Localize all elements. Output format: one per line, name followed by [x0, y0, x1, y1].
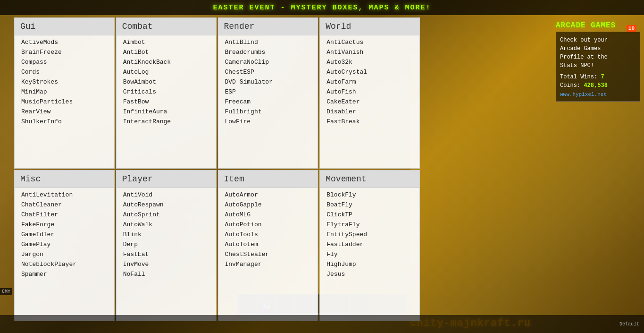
top-banner: EASTER EVENT - MYSTERY BOXES, MAPS & MOR… — [0, 0, 644, 15]
bottom-bar: Default — [0, 315, 644, 333]
banner-text: EASTER EVENT - MYSTERY BOXES, MAPS & MOR… — [213, 4, 431, 12]
panel-item-minimap[interactable]: MiniMap — [15, 87, 114, 97]
panel-item-autolog[interactable]: AutoLog — [117, 67, 216, 77]
panel-item-compass[interactable]: Compass — [15, 57, 114, 67]
panel-item-musicparticles[interactable]: MusicParticles — [15, 97, 114, 107]
panel-player: PlayerAntiVoidAutoRespawnAutoSprintAutoW… — [116, 170, 217, 321]
panel-item-cheststealer[interactable]: ChestStealer — [218, 249, 318, 259]
panel-item-nofall[interactable]: NoFall — [117, 269, 216, 279]
panel-item-derp[interactable]: Derp — [117, 239, 216, 249]
panel-item-fastbreak[interactable]: FastBreak — [320, 117, 419, 127]
panel-item-disabler[interactable]: Disabler — [320, 107, 419, 117]
panel-item-invmanager[interactable]: InvManager — [218, 259, 318, 269]
panel-item-antiblind[interactable]: AntiBlind — [218, 37, 318, 47]
panel-item-cords[interactable]: Cords — [15, 67, 114, 77]
panel-item-antivoid[interactable]: AntiVoid — [117, 190, 216, 200]
panel-item-anticactus[interactable]: AntiCactus — [320, 37, 419, 47]
panel-item-autosprint[interactable]: AutoSprint — [117, 210, 216, 220]
panel-item-blink[interactable]: Blink — [117, 230, 216, 239]
panel-items-render: AntiBlindBreadcrumbsCameraNoClipChestESP… — [218, 35, 318, 128]
panel-item-autototem[interactable]: AutoTotem — [218, 239, 318, 249]
panel-item-rearview[interactable]: RearView — [15, 107, 114, 117]
arcade-description: Check out your Arcade Games Profile at t… — [560, 36, 636, 70]
panel-item-fakeforge[interactable]: FakeForge — [15, 220, 114, 230]
panel-item-aimbot[interactable]: Aimbot — [117, 37, 216, 47]
panel-header-world: World — [320, 18, 419, 35]
panel-item-chestesp[interactable]: ChestESP — [218, 67, 318, 77]
panel-item-autoarmor[interactable]: AutoArmor — [218, 190, 318, 200]
panel-items-item: AutoArmorAutoGappleAutoMLGAutoPotionAuto… — [218, 188, 318, 271]
panel-item-elytrafly[interactable]: ElytraFly — [320, 220, 419, 230]
arcade-badge: 10 — [627, 25, 636, 32]
arcade-panel: ARCADE GAMES 10 Check out your Arcade Ga… — [552, 17, 644, 105]
panel-item-gameidler[interactable]: GameIdler — [15, 230, 114, 239]
panel-item-esp[interactable]: ESP — [218, 87, 318, 97]
panel-item-autorespawn[interactable]: AutoRespawn — [117, 200, 216, 210]
panel-header-render: Render — [218, 18, 318, 35]
panel-item-antibot[interactable]: AntiBot — [117, 47, 216, 57]
panel-item-activemods[interactable]: ActiveMods — [15, 37, 114, 47]
panel-item-cameranoclip[interactable]: CameraNoClip — [218, 57, 318, 67]
panel-item-clicktp[interactable]: ClickTP — [320, 210, 419, 220]
panel-item-shulkerinfo[interactable]: ShulkerInfo — [15, 117, 114, 127]
panel-item-infiniteaura[interactable]: InfiniteAura — [117, 107, 216, 117]
panel-item-fly[interactable]: Fly — [320, 249, 419, 259]
panel-items-player: AntiVoidAutoRespawnAutoSprintAutoWalkBli… — [117, 188, 216, 281]
panel-item-freecam[interactable]: Freecam — [218, 97, 318, 107]
panel-item-boatfly[interactable]: BoatFly — [320, 200, 419, 210]
panel-header-movement: Movement — [320, 171, 419, 188]
panel-items-gui: ActiveModsBrainFreezeCompassCordsKeyStro… — [15, 35, 114, 128]
panel-item-fastbow[interactable]: FastBow — [117, 97, 216, 107]
panel-item-criticals[interactable]: Criticals — [117, 87, 216, 97]
arcade-url[interactable]: www.hypixel.net — [560, 92, 636, 97]
panel-item-autotools[interactable]: AutoTools — [218, 230, 318, 239]
panel-item-spammer[interactable]: Spammer — [15, 269, 114, 279]
panel-item-automlg[interactable]: AutoMLG — [218, 210, 318, 220]
panel-item-dvd-simulator[interactable]: DVD Simulator — [218, 77, 318, 87]
panel-item-chatcleaner[interactable]: ChatCleaner — [15, 200, 114, 210]
panel-item-jesus[interactable]: Jesus — [320, 269, 419, 279]
panel-items-combat: AimbotAntiBotAntiKnockBackAutoLogBowAimb… — [117, 35, 216, 128]
panel-misc: MiscAntiLevitationChatCleanerChatFilterF… — [14, 170, 115, 321]
panel-item-keystrokes[interactable]: KeyStrokes — [15, 77, 114, 87]
panel-item-fullbright[interactable]: Fullbright — [218, 107, 318, 117]
panel-item-auto32k[interactable]: Auto32k — [320, 57, 419, 67]
panel-item-chatfilter[interactable]: ChatFilter — [15, 210, 114, 220]
panel-item-jargon[interactable]: Jargon — [15, 249, 114, 259]
panel-item-lowfire[interactable]: LowFire — [218, 117, 318, 127]
panel-items-world: AntiCactusAntiVanishAuto32kAutoCrystalAu… — [320, 35, 419, 128]
panel-item-invmove[interactable]: InvMove — [117, 259, 216, 269]
panel-header-gui: Gui — [15, 18, 114, 35]
panel-item-autofarm[interactable]: AutoFarm — [320, 77, 419, 87]
panel-item-bowaimbot[interactable]: BowAimbot — [117, 77, 216, 87]
panel-item-antiknockback[interactable]: AntiKnockBack — [117, 57, 216, 67]
panel-item-breadcrumbs[interactable]: Breadcrumbs — [218, 47, 318, 57]
panel-item-cakeeater[interactable]: CakeEater — [320, 97, 419, 107]
panel-item-blockfly[interactable]: BlockFly — [320, 190, 419, 200]
panel-item-autocrystal[interactable]: AutoCrystal — [320, 67, 419, 77]
panel-item-antilevitation[interactable]: AntiLevitation — [15, 190, 114, 200]
panel-item-autogapple[interactable]: AutoGapple — [218, 200, 318, 210]
panel-gui: GuiActiveModsBrainFreezeCompassCordsKeyS… — [14, 17, 115, 169]
panel-item-antivanish[interactable]: AntiVanish — [320, 47, 419, 57]
bottom-right-label: Default — [619, 322, 639, 327]
panel-item-autopotion[interactable]: AutoPotion — [218, 220, 318, 230]
panel-items-misc: AntiLevitationChatCleanerChatFilterFakeF… — [15, 188, 114, 281]
panel-item-gameplay[interactable]: GamePlay — [15, 239, 114, 249]
panel-item-noteblockplayer[interactable]: NoteblockPlayer — [15, 259, 114, 269]
panel-item: ItemAutoArmorAutoGappleAutoMLGAutoPotion… — [218, 170, 318, 321]
panel-header-misc: Misc — [15, 171, 114, 188]
panel-render: RenderAntiBlindBreadcrumbsCameraNoClipCh… — [218, 17, 318, 169]
panel-item-autofish[interactable]: AutoFish — [320, 87, 419, 97]
panel-item-interactrange[interactable]: InteractRange — [117, 117, 216, 127]
panel-item-highjump[interactable]: HighJump — [320, 259, 419, 269]
panel-item-fasteat[interactable]: FastEat — [117, 249, 216, 259]
panel-item-autowalk[interactable]: AutoWalk — [117, 220, 216, 230]
panel-item-entityspeed[interactable]: EntitySpeed — [320, 230, 419, 239]
panel-item-brainfreeze[interactable]: BrainFreeze — [15, 47, 114, 57]
cheat-menu: GuiActiveModsBrainFreezeCompassCordsKeyS… — [14, 17, 420, 321]
panel-combat: CombatAimbotAntiBotAntiKnockBackAutoLogB… — [116, 17, 217, 169]
panel-item-fastladder[interactable]: FastLadder — [320, 239, 419, 249]
arcade-coins: Coins: 428,538 — [560, 82, 636, 89]
arcade-body: Check out your Arcade Games Profile at t… — [556, 32, 640, 102]
